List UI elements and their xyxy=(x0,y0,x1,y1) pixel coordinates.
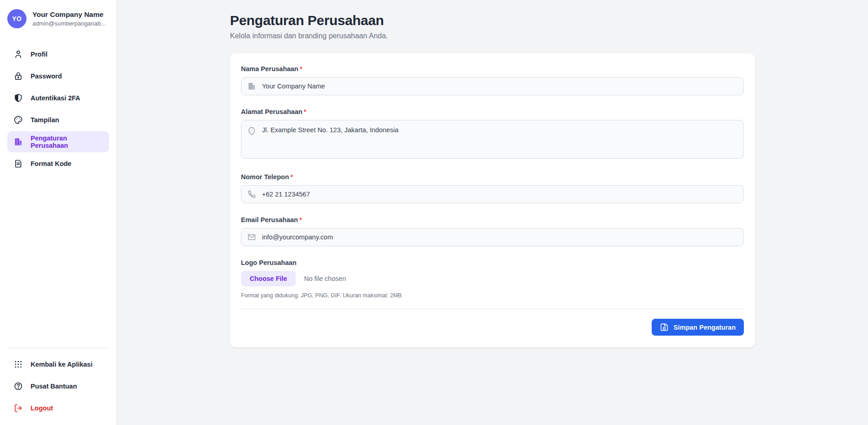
company-email-input[interactable] xyxy=(241,228,744,246)
file-upload-row: Choose File No file chosen xyxy=(241,271,744,286)
field-label-text: Logo Perusahaan xyxy=(241,259,297,266)
logout-icon xyxy=(14,404,23,413)
sidebar-item-label: Tampilan xyxy=(31,116,59,124)
field-label: Email Perusahaan* xyxy=(241,216,744,223)
page-subtitle: Kelola informasi dan branding perusahaan… xyxy=(230,32,755,40)
sidebar-item-label: Pengaturan Perusahaan xyxy=(31,135,103,149)
mail-icon xyxy=(247,233,256,242)
sidebar-item-label: Autentikasi 2FA xyxy=(31,94,80,102)
sidebar-item-pusat-bantuan[interactable]: Pusat Bantuan xyxy=(7,376,109,397)
palette-icon xyxy=(14,115,23,124)
save-settings-button[interactable]: Simpan Pengaturan xyxy=(652,319,744,336)
field-label: Nama Perusahaan* xyxy=(241,65,744,73)
card-footer: Simpan Pengaturan xyxy=(241,309,744,336)
user-name: Your Company Name xyxy=(32,10,106,19)
required-marker: * xyxy=(290,173,293,181)
phone-icon xyxy=(247,190,256,199)
lock-icon xyxy=(14,72,23,81)
field-nama-perusahaan: Nama Perusahaan* xyxy=(241,65,744,95)
document-icon xyxy=(14,159,23,168)
required-marker: * xyxy=(299,216,302,223)
sidebar-item-label: Logout xyxy=(31,404,53,412)
company-settings-card: Nama Perusahaan* Alamat Perusahaan* Jl. … xyxy=(230,53,755,347)
sidebar-item-password[interactable]: Password xyxy=(7,66,109,87)
field-label-text: Alamat Perusahaan xyxy=(241,108,303,115)
save-button-label: Simpan Pengaturan xyxy=(674,324,736,331)
sidebar-item-label: Pusat Bantuan xyxy=(31,383,77,390)
choose-file-button[interactable]: Choose File xyxy=(241,271,296,286)
save-icon xyxy=(660,323,669,332)
required-marker: * xyxy=(300,65,303,73)
sidebar-nav: Profil Password Autentikasi 2FA Tampilan… xyxy=(0,43,116,175)
sidebar-item-label: Kembali ke Aplikasi xyxy=(31,361,93,368)
user-profile-header: YO Your Company Name admin@sumberpangana… xyxy=(0,0,116,36)
user-meta: Your Company Name admin@sumberpanganab..… xyxy=(32,10,106,27)
sidebar-item-label: Profil xyxy=(31,51,47,58)
company-phone-input[interactable] xyxy=(241,185,744,203)
sidebar-item-label: Format Kode xyxy=(31,160,71,167)
field-label-text: Email Perusahaan xyxy=(241,216,298,223)
company-name-input[interactable] xyxy=(241,77,744,95)
building-icon xyxy=(14,137,23,146)
field-logo-perusahaan: Logo Perusahaan Choose File No file chos… xyxy=(241,259,744,299)
sidebar-footer: Kembali ke Aplikasi Pusat Bantuan Logout xyxy=(0,348,116,425)
sidebar-item-profil[interactable]: Profil xyxy=(7,44,109,65)
sidebar-item-format-kode[interactable]: Format Kode xyxy=(7,153,109,174)
building-icon xyxy=(247,82,256,91)
sidebar-item-logout[interactable]: Logout xyxy=(7,398,109,419)
user-icon xyxy=(14,50,23,59)
field-label-text: Nama Perusahaan xyxy=(241,65,298,73)
sidebar-item-tampilan[interactable]: Tampilan xyxy=(7,109,109,130)
shield-icon xyxy=(14,93,23,103)
grid-icon xyxy=(14,360,23,369)
required-marker: * xyxy=(304,108,307,115)
file-format-hint: Format yang didukung: JPG, PNG, GIF. Uku… xyxy=(241,292,744,299)
field-label-text: Nomor Telepon xyxy=(241,173,289,181)
field-alamat-perusahaan: Alamat Perusahaan* Jl. Example Street No… xyxy=(241,108,744,161)
map-pin-icon xyxy=(247,127,256,135)
user-email: admin@sumberpanganab... xyxy=(32,20,106,27)
sidebar: YO Your Company Name admin@sumberpangana… xyxy=(0,0,117,425)
no-file-chosen-text: No file chosen xyxy=(304,275,346,282)
sidebar-item-autentikasi-2fa[interactable]: Autentikasi 2FA xyxy=(7,88,109,109)
field-nomor-telepon: Nomor Telepon* xyxy=(241,173,744,203)
sidebar-divider xyxy=(7,348,109,348)
page-title: Pengaturan Perusahaan xyxy=(230,13,755,28)
avatar: YO xyxy=(7,9,26,28)
field-label: Nomor Telepon* xyxy=(241,173,744,181)
sidebar-item-pengaturan-perusahaan[interactable]: Pengaturan Perusahaan xyxy=(7,131,109,152)
field-label: Logo Perusahaan xyxy=(241,259,744,266)
company-address-textarea[interactable]: Jl. Example Street No. 123, Jakarta, Ind… xyxy=(241,120,744,159)
main-content: Pengaturan Perusahaan Kelola informasi d… xyxy=(117,0,868,425)
help-icon xyxy=(14,382,23,391)
sidebar-item-kembali-ke-aplikasi[interactable]: Kembali ke Aplikasi xyxy=(7,354,109,375)
sidebar-item-label: Password xyxy=(31,73,62,80)
field-label: Alamat Perusahaan* xyxy=(241,108,744,115)
field-email-perusahaan: Email Perusahaan* xyxy=(241,216,744,246)
